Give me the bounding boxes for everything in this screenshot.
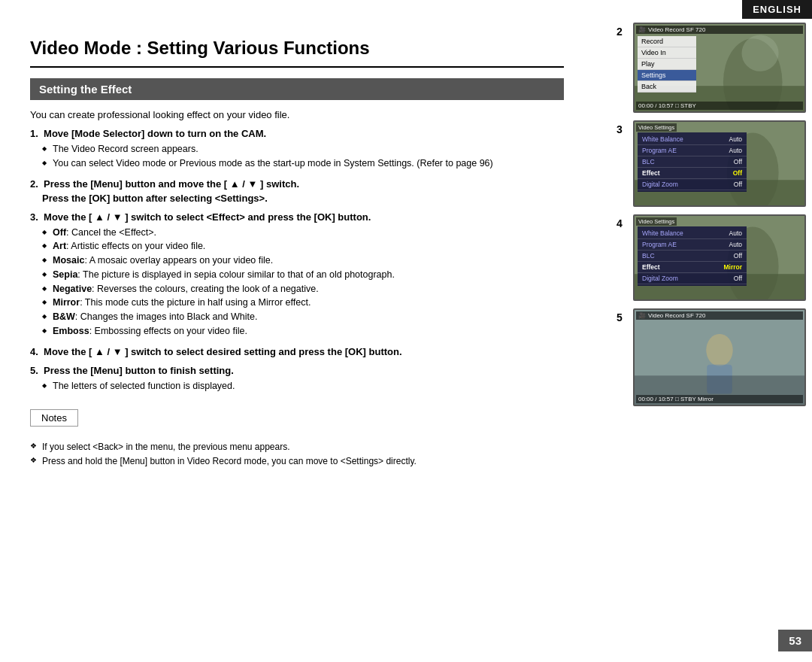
settings-row-effect: Effect Mirror xyxy=(638,262,747,273)
list-item: Art: Artistic effects on your video file… xyxy=(42,239,564,254)
step-3-title: 3. Move the [ ▲ / ▼ ] switch to select <… xyxy=(30,211,564,223)
notes-box: Notes xyxy=(30,409,78,427)
step-5-bullets: The letters of selected function is disp… xyxy=(30,379,564,393)
svg-point-3 xyxy=(741,35,778,71)
list-item: Negative: Reverses the colours, creating… xyxy=(42,282,564,296)
cam-screen-2: 2 🎥 Video Record SF 720 Record Video In … xyxy=(633,23,806,113)
footer-notes: If you select <Back> in the menu, the pr… xyxy=(30,440,564,469)
step-5-title: 5. Press the [Menu] button to finish set… xyxy=(30,365,564,376)
settings-row: White Balance Auto xyxy=(638,228,747,239)
cam-display-2: 🎥 Video Record SF 720 Record Video In Pl… xyxy=(633,23,806,113)
cam-display-4: Video Settings White Balance Auto Progra… xyxy=(633,214,806,301)
notes-label: Notes xyxy=(41,412,67,424)
list-item: You can select Video mode or Previous mo… xyxy=(42,156,564,171)
menu-item: Back xyxy=(638,81,696,93)
title-divider xyxy=(30,66,564,68)
language-badge: ENGLISH xyxy=(742,0,812,19)
step-1: 1. Move [Mode Selector] down to turn on … xyxy=(30,128,564,171)
list-item: Mosaic: A mosaic overlay appears on your… xyxy=(42,254,564,268)
settings-overlay-4: White Balance Auto Program AE Auto BLC O… xyxy=(638,226,747,286)
step-4-title: 4. Move the [ ▲ / ▼ ] switch to select d… xyxy=(30,346,564,357)
page-number: 53 xyxy=(778,630,812,651)
step-2-num: 2. xyxy=(30,178,38,190)
screen-bottombar-5: 00:00 / 10:57 □ STBY Mirror xyxy=(636,395,803,403)
term: B&W xyxy=(53,311,75,322)
term: Mosaic xyxy=(53,255,84,266)
cam-display-5: 🎥 Video Record SF 720 00:00 / 10:57 □ ST… xyxy=(633,308,806,406)
menu-overlay-2: Record Video In Play Settings Back xyxy=(638,36,696,93)
step-indicator-3: 3 xyxy=(617,123,623,135)
list-item: Mirror: This mode cuts the picture in ha… xyxy=(42,296,564,310)
term: Mirror xyxy=(53,297,80,308)
term: Off xyxy=(53,227,66,238)
screen-bg-5 xyxy=(635,310,804,405)
step-3-num: 3. xyxy=(30,211,38,223)
step-3: 3. Move the [ ▲ / ▼ ] switch to select <… xyxy=(30,211,564,339)
step-2: 2. Press the [Menu] button and move the … xyxy=(30,178,564,204)
menu-item: Play xyxy=(638,59,696,70)
step-4-text: Move the [ ▲ / ▼ ] switch to select desi… xyxy=(44,346,401,357)
page-title: Video Mode : Setting Various Functions xyxy=(30,38,564,59)
svg-rect-16 xyxy=(635,310,804,375)
list-item: The letters of selected function is disp… xyxy=(42,379,564,393)
step-3-text: Move the [ ▲ / ▼ ] switch to select <Eff… xyxy=(44,211,371,223)
list-item: Emboss: Embossing effects on your video … xyxy=(42,324,564,339)
main-content: Video Mode : Setting Various Functions S… xyxy=(0,0,586,662)
right-panel: 2 🎥 Video Record SF 720 Record Video In … xyxy=(617,23,804,414)
list-item: Press and hold the [Menu] button in Vide… xyxy=(30,454,564,469)
settings-row: Program AE Auto xyxy=(638,239,747,251)
step-3-bullets: Off: Cancel the <Effect>. Art: Artistic … xyxy=(30,226,564,339)
screen3-title: Video Settings xyxy=(636,123,677,132)
settings-overlay-3: White Balance Auto Program AE Auto BLC O… xyxy=(638,132,747,192)
intro-text: You can create professional looking effe… xyxy=(30,109,564,120)
list-item: B&W: Changes the images into Black and W… xyxy=(42,310,564,324)
section-header: Setting the Effect xyxy=(30,78,564,100)
step-indicator-4: 4 xyxy=(617,217,623,229)
cam-screen-3: 3 Video Settings White Balance Auto Prog… xyxy=(633,120,806,207)
step-indicator-2: 2 xyxy=(617,26,623,38)
step-1-bullets: The Video Record screen appears. You can… xyxy=(30,142,564,171)
menu-item: Video In xyxy=(638,47,696,59)
term: Art xyxy=(53,241,66,251)
list-item: If you select <Back> in the menu, the pr… xyxy=(30,440,564,454)
step-1-text: Move [Mode Selector] down to turn on the… xyxy=(44,128,266,139)
list-item: Off: Cancel the <Effect>. xyxy=(42,226,564,240)
step-2-text: Press the [Menu] button and move the [ ▲… xyxy=(44,178,299,190)
step-2-title2: Press the [OK] button after selecting <S… xyxy=(30,193,564,204)
step-5-text: Press the [Menu] button to finish settin… xyxy=(44,365,234,376)
menu-item: Record xyxy=(638,36,696,47)
settings-row: BLC Off xyxy=(638,156,747,168)
step-4: 4. Move the [ ▲ / ▼ ] switch to select d… xyxy=(30,346,564,357)
menu-item-selected: Settings xyxy=(638,70,696,81)
step-5: 5. Press the [Menu] button to finish set… xyxy=(30,365,564,393)
step-2-title: 2. Press the [Menu] button and move the … xyxy=(30,178,564,190)
list-item: The Video Record screen appears. xyxy=(42,142,564,156)
settings-row: BLC Off xyxy=(638,251,747,262)
step-4-num: 4. xyxy=(30,346,38,357)
step-5-num: 5. xyxy=(30,365,38,376)
screen-bottombar-2: 00:00 / 10:57 □ STBY xyxy=(636,102,803,110)
settings-row: Program AE Auto xyxy=(638,145,747,156)
screen4-title: Video Settings xyxy=(636,217,677,226)
step-1-title: 1. Move [Mode Selector] down to turn on … xyxy=(30,128,564,139)
step-1-num: 1. xyxy=(30,128,38,139)
screen-topbar-5: 🎥 Video Record SF 720 xyxy=(636,311,803,320)
list-item: Sepia: The picture is displayed in sepia… xyxy=(42,268,564,282)
term: Negative xyxy=(53,284,92,294)
settings-row-effect: Effect Off xyxy=(638,168,747,179)
cam-display-3: Video Settings White Balance Auto Progra… xyxy=(633,120,806,207)
cam-screen-4: 4 Video Settings White Balance Auto Prog… xyxy=(633,214,806,301)
cam-screen-5: 5 🎥 Video Record SF 720 xyxy=(633,308,806,406)
settings-row: Digital Zoom Off xyxy=(638,273,747,284)
term: Emboss xyxy=(53,326,89,336)
step-indicator-5: 5 xyxy=(617,311,623,323)
settings-row: White Balance Auto xyxy=(638,134,747,145)
screen-topbar-2: 🎥 Video Record SF 720 xyxy=(636,26,803,34)
settings-row: Digital Zoom Off xyxy=(638,179,747,190)
term: Sepia xyxy=(53,269,77,280)
